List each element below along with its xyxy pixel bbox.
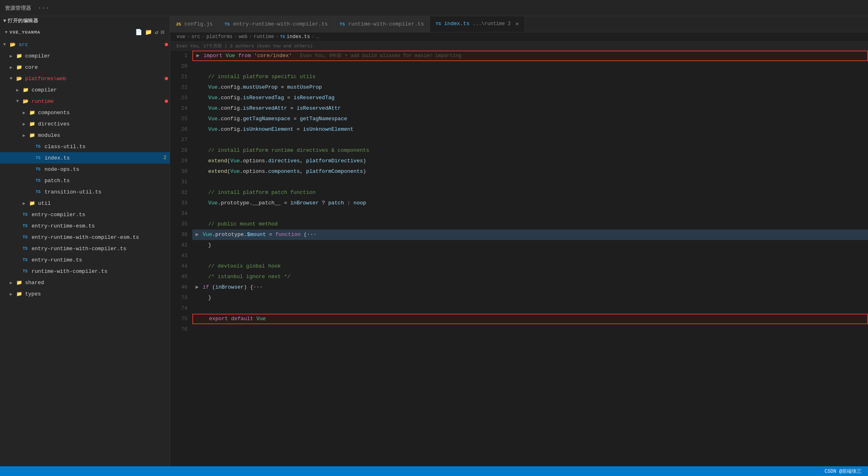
ts-icon-entry-compiler: TS: [23, 212, 30, 217]
tree-item-transition-util[interactable]: ▶ TS transition-util.ts: [0, 186, 170, 198]
tree-item-entry-runtime-compiler[interactable]: ▶ TS entry-runtime-with-compiler.ts: [0, 243, 170, 254]
breadcrumb-platforms[interactable]: platforms: [206, 34, 233, 40]
title-bar-more[interactable]: ···: [38, 4, 49, 12]
tree-label-index: index.ts: [45, 155, 162, 161]
folder-arrow-modules: ▶: [23, 133, 29, 138]
breadcrumb-sep6: ›: [312, 34, 315, 40]
tree-item-components[interactable]: ▶ 📁 components: [0, 107, 170, 118]
tree-item-entry-runtime-esm[interactable]: ▶ TS entry-runtime-esm.ts: [0, 220, 170, 232]
cls-vue-export: Vue: [256, 314, 266, 324]
ln-42: 42: [170, 240, 187, 251]
no-arrow-entry-runtime: ▶: [16, 257, 23, 263]
tree-item-web-compiler[interactable]: ▶ 📁 compiler: [0, 84, 170, 96]
code-content[interactable]: ▶ import Vue from 'core/index' Evan You,…: [192, 51, 868, 466]
tree-item-core[interactable]: ▶ 📁 core: [0, 62, 170, 73]
folder-icon-modules: 📁: [29, 132, 36, 138]
open-editors-header[interactable]: ▼ 打开的编辑器: [0, 16, 170, 26]
tab-bar: JS config.js TS entry-runtime-with-compi…: [170, 16, 868, 32]
code-line-45: /* istanbul ignore next */: [192, 272, 868, 282]
breadcrumb-ellipsis[interactable]: …: [316, 34, 319, 40]
comment-runtime-directives: // install platform runtime directives &…: [208, 145, 369, 156]
kw-import: import: [204, 51, 223, 61]
folder-arrow-shared: ▶: [10, 280, 16, 285]
editor-area: JS config.js TS entry-runtime-with-compi…: [170, 16, 868, 466]
breadcrumb-runtime[interactable]: runtime: [253, 34, 274, 40]
fold-arrow-46[interactable]: ▶: [196, 282, 202, 293]
fold-arrow-36[interactable]: ▶: [196, 230, 202, 240]
new-folder-icon[interactable]: 📁: [145, 29, 152, 36]
folder-icon-shared: 📁: [16, 280, 23, 286]
tree-item-entry-runtime[interactable]: ▶ TS entry-runtime.ts: [0, 254, 170, 266]
tree-item-types[interactable]: ▶ 📁 types: [0, 288, 170, 300]
code-line-32: // install platform patch function: [192, 187, 868, 198]
collapse-icon[interactable]: ⊟: [161, 29, 165, 36]
main-layout: ▼ 打开的编辑器 ▼ VUE_YUANMA 📄 📁 ↺ ⊟ ▼ 📂: [0, 16, 868, 466]
tab-index-ts[interactable]: TS index.ts ...\runtime 2 ✕: [430, 16, 525, 32]
tree-item-node-ops[interactable]: ▶ TS node-ops.ts: [0, 164, 170, 175]
tree-item-entry-compiler[interactable]: ▶ TS entry-compiler.ts: [0, 209, 170, 220]
code-line-76: [192, 324, 868, 335]
blame-bar: Evan You, 17个月前 | 3 authors (Evan You an…: [170, 42, 868, 51]
tab-runtime-compiler[interactable]: TS runtime-with-compiler.ts: [334, 16, 430, 32]
tree-item-shared[interactable]: ▶ 📁 shared: [0, 277, 170, 288]
code-line-35: // public mount method: [192, 219, 868, 230]
ln-46: 46: [170, 282, 187, 293]
tab-label-entry-runtime-compiler: entry-runtime-with-compiler.ts: [233, 21, 328, 27]
sidebar: ▼ 打开的编辑器 ▼ VUE_YUANMA 📄 📁 ↺ ⊟ ▼ 📂: [0, 16, 170, 466]
tree-label-entry-compiler: entry-compiler.ts: [32, 212, 170, 218]
breadcrumb-vue[interactable]: vue: [177, 34, 185, 40]
modified-dot-platforms: [165, 77, 168, 80]
tree-item-platforms-web[interactable]: ▼ 📂 platforms\web: [0, 73, 170, 84]
breadcrumb-sep1: ›: [187, 34, 190, 40]
code-line-44: // devtools global hook: [192, 261, 868, 272]
no-arrow-entry-runtime-compiler: ▶: [16, 246, 23, 251]
title-bar: 资源管理器 ···: [0, 0, 868, 16]
new-file-icon[interactable]: 📄: [135, 29, 143, 36]
code-line-24: Vue .config. isReservedAttr = isReserved…: [192, 103, 868, 114]
ln-45: 45: [170, 272, 187, 282]
tree-label-entry-runtime: entry-runtime.ts: [32, 257, 170, 263]
ts-icon-index: TS: [36, 156, 43, 160]
tree-item-patch[interactable]: ▶ TS patch.ts: [0, 175, 170, 186]
tree-item-modules[interactable]: ▶ 📁 modules: [0, 130, 170, 141]
folder-arrow-components: ▶: [23, 110, 29, 115]
folder-arrow-web-compiler: ▶: [16, 87, 23, 93]
explorer-root-label[interactable]: VUE_YUANMA: [10, 30, 40, 35]
breadcrumb-index-ts[interactable]: index.ts: [287, 34, 310, 40]
tab-label-config: config.js: [184, 21, 213, 27]
tree-label-src: src: [19, 42, 165, 48]
fold-arrow-1[interactable]: ▶: [196, 51, 203, 61]
breadcrumb-web[interactable]: web: [239, 34, 248, 40]
code-line-74: [192, 303, 868, 314]
tree-item-index-ts[interactable]: ▶ TS index.ts 2: [0, 152, 170, 164]
close-tab-index[interactable]: ✕: [515, 20, 519, 27]
ln-23: 23: [170, 93, 187, 103]
ts-icon-runtime-compiler: TS: [23, 269, 30, 274]
tree-item-compiler[interactable]: ▶ 📁 compiler: [0, 50, 170, 62]
tree-item-runtime[interactable]: ▼ 📂 runtime: [0, 96, 170, 107]
breadcrumb-ts-icon: TS: [280, 35, 285, 39]
tab-config-js[interactable]: JS config.js: [170, 16, 219, 32]
breadcrumb-src[interactable]: src: [191, 34, 200, 40]
tree-item-class-util[interactable]: ▶ TS class-util.ts: [0, 141, 170, 152]
refresh-icon[interactable]: ↺: [155, 29, 158, 36]
ts-file-icon-runtime-compiler: TS: [340, 22, 345, 27]
tree-label-runtime-compiler: runtime-with-compiler.ts: [32, 268, 170, 274]
tree-item-directives[interactable]: ▶ 📁 directives: [0, 118, 170, 130]
tree-item-runtime-compiler[interactable]: ▶ TS runtime-with-compiler.ts: [0, 266, 170, 277]
code-line-22: Vue .config. mustUseProp = mustUseProp: [192, 82, 868, 93]
ln-33: 33: [170, 198, 187, 208]
folder-icon-platforms: 📂: [16, 76, 23, 82]
code-line-46: ▶ if ( inBrowser ) {···: [192, 282, 868, 293]
line-numbers: 1 20 21 22 23 24 25 26 27 28 29 30 31 32…: [170, 51, 192, 466]
tree-item-src[interactable]: ▼ 📂 src: [0, 39, 170, 50]
tab-entry-runtime-compiler[interactable]: TS entry-runtime-with-compiler.ts: [219, 16, 334, 32]
breadcrumb: vue › src › platforms › web › runtime › …: [170, 32, 868, 42]
tree-item-entry-compiler-esm[interactable]: ▶ TS entry-runtime-with-compiler-esm.ts: [0, 232, 170, 243]
ln-43: 43: [170, 251, 187, 261]
ln-75: 75: [170, 314, 187, 324]
kw-default: default: [231, 314, 253, 324]
folder-arrow-runtime: ▼: [16, 99, 23, 104]
no-arrow-patch: ▶: [29, 178, 36, 183]
tree-item-util[interactable]: ▶ 📁 util: [0, 198, 170, 209]
